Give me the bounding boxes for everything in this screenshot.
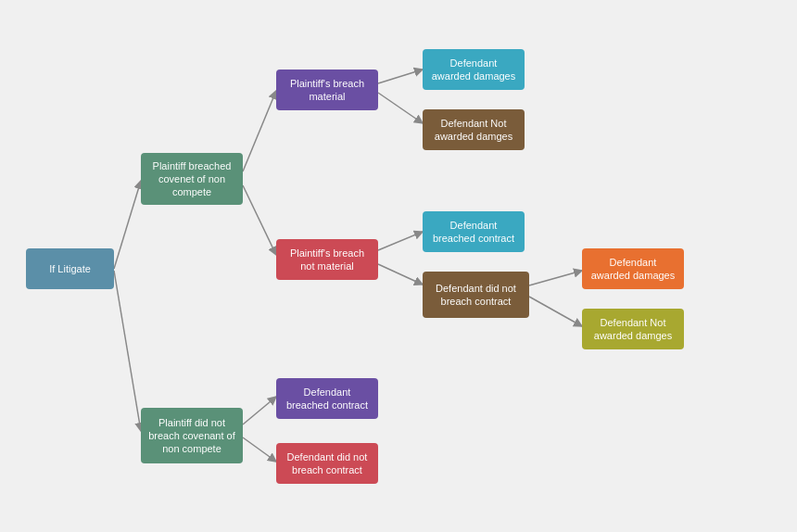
node-defendant-breached-2: Defendant breached contract xyxy=(423,211,525,252)
svg-line-10 xyxy=(529,297,582,326)
node-plaintiff-did-not-breach: Plaintiff did not breach covenant of non… xyxy=(141,408,243,463)
svg-line-11 xyxy=(243,397,276,424)
node-if-litigate: If Litigate xyxy=(26,248,114,289)
node-defendant-did-not-breach-2: Defendant did not breach contract xyxy=(423,272,529,318)
node-defendant-not-awarded-3: Defendant Not awarded damges xyxy=(582,309,684,349)
svg-line-9 xyxy=(529,271,582,285)
node-plaintiffs-breach-not-material: Plaintiff's breach not material xyxy=(276,239,378,280)
svg-line-12 xyxy=(243,437,276,462)
svg-line-3 xyxy=(243,91,276,171)
svg-line-1 xyxy=(114,181,141,269)
svg-line-6 xyxy=(378,93,423,123)
node-defendant-awarded-3: Defendant awarded damages xyxy=(582,248,684,289)
node-defendant-awarded-1: Defendant awarded damages xyxy=(423,49,525,90)
node-defendant-breached-4: Defendant breached contract xyxy=(276,378,378,419)
node-defendant-did-not-breach-4: Defendant did not breach contract xyxy=(276,443,378,484)
svg-line-7 xyxy=(378,232,423,250)
node-defendant-not-awarded-1: Defendant Not awarded damges xyxy=(423,109,525,150)
svg-line-8 xyxy=(378,264,423,285)
svg-line-4 xyxy=(243,185,276,255)
svg-line-5 xyxy=(378,70,423,83)
node-plaintiff-breached: Plaintiff breached covenet of non compet… xyxy=(141,153,243,205)
node-plaintiffs-breach-material: Plaintiff's breach material xyxy=(276,70,378,110)
svg-line-2 xyxy=(114,271,141,431)
